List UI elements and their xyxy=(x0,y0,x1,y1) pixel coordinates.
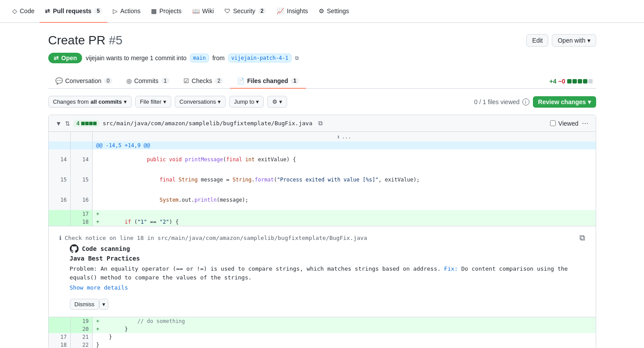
line-code-17: + xyxy=(93,210,596,218)
nav-label-insights: Insights xyxy=(287,7,308,14)
expand-inline-button[interactable]: ↕ ... xyxy=(96,134,592,140)
info-icon[interactable]: i xyxy=(522,98,529,105)
dismiss-arrow-button[interactable]: ▾ xyxy=(99,299,108,310)
diff-file-header: ▼ ⇅ 4 src/main/java/com/amazon/samplelib… xyxy=(49,115,596,132)
expand-arrows-icon: ↕ xyxy=(337,134,340,140)
open-with-button[interactable]: Open with ▾ xyxy=(552,34,596,47)
nav-item-actions[interactable]: ▷ Actions xyxy=(108,0,146,23)
file-filter-button[interactable]: File filter ▾ xyxy=(135,96,171,108)
open-icon: ⇄ xyxy=(54,54,59,62)
base-branch[interactable]: main xyxy=(190,54,209,62)
head-branch[interactable]: vijejain-patch-4-1 xyxy=(228,54,291,62)
notice-action-row: Dismiss ▾ xyxy=(70,295,585,310)
nav-item-settings[interactable]: ⚙ Settings xyxy=(313,0,355,23)
commits-icon: ◎ xyxy=(126,77,132,84)
tab-files-changed[interactable]: 📄 Files changed 1 xyxy=(230,74,306,89)
nav-item-pull-requests[interactable]: ⇄ Pull requests 5 xyxy=(40,0,108,23)
copy-icon[interactable]: ⧉ xyxy=(295,55,299,61)
diff-line-16: 16 16 System.out.println(message); xyxy=(49,190,596,210)
show-more-link[interactable]: Show more details xyxy=(70,284,128,291)
nav-item-wiki[interactable]: 📖 Wiki xyxy=(187,0,219,23)
nav-item-projects[interactable]: ▦ Projects xyxy=(146,0,187,23)
nav-item-code[interactable]: ◇ Code xyxy=(7,0,40,23)
tab-checks-label: Checks xyxy=(192,77,212,84)
line-num-new-18: 18 xyxy=(71,218,93,226)
more-options-button[interactable]: ··· xyxy=(582,119,588,128)
tab-commits[interactable]: ◎ Commits 1 xyxy=(119,74,176,89)
line-num-new-15: 15 xyxy=(71,170,93,190)
expand-line-num-old xyxy=(49,132,71,141)
code-scanning-notice-row: ℹ Check notice on line 18 in src/main/ja… xyxy=(49,226,596,317)
review-changes-button[interactable]: Review changes ▾ xyxy=(533,96,596,108)
github-icon xyxy=(70,244,79,253)
diff-line-15: 15 15 final String message = String.form… xyxy=(49,170,596,190)
actions-icon: ▷ xyxy=(113,7,118,14)
files-changed-icon: 📄 xyxy=(237,77,245,84)
copy-path-button[interactable]: ⧉ xyxy=(316,119,325,128)
file-path: src/main/java/com/amazon/samplelib/bugfi… xyxy=(103,120,312,127)
open-with-label: Open with xyxy=(558,37,585,44)
diff-line-17-context: 17 21 } xyxy=(49,333,596,341)
diff-block-2 xyxy=(572,79,577,83)
diff-line-20-add: 20 + } xyxy=(49,325,596,333)
line-num-new-19: 19 xyxy=(71,317,93,325)
diff-blocks xyxy=(567,79,593,83)
diff-file: ▼ ⇅ 4 src/main/java/com/amazon/samplelib… xyxy=(48,115,596,348)
changes-from-filter[interactable]: Changes from all commits ▾ xyxy=(48,96,132,108)
top-nav: ◇ Code ⇄ Pull requests 5 ▷ Actions ▦ Pro… xyxy=(0,0,644,23)
nav-item-insights[interactable]: 📈 Insights xyxy=(271,0,313,23)
insights-icon: 📈 xyxy=(277,7,284,14)
line-code-16: System.out.println(message); xyxy=(93,190,596,210)
jump-to-button[interactable]: Jump to ▾ xyxy=(229,96,264,108)
viewed-checkbox[interactable]: Viewed xyxy=(550,120,579,127)
pr-actions: Edit Open with ▾ xyxy=(526,34,596,47)
fix-link[interactable]: Fix: xyxy=(444,265,461,272)
pr-title-row: Create PR #5 Edit Open with ▾ xyxy=(48,33,596,47)
chevron-down-icon: ▾ xyxy=(279,98,282,105)
expand-collapse-icon[interactable]: ⇅ xyxy=(65,120,70,127)
diff-expand-row: ↕ ... xyxy=(49,132,596,141)
line-num-new-16: 16 xyxy=(71,190,93,210)
toolbar-row: Changes from all commits ▾ File filter ▾… xyxy=(48,96,596,108)
edit-button[interactable]: Edit xyxy=(526,34,548,47)
chevron-down-icon: ▾ xyxy=(588,98,591,105)
tabs-row: 💬 Conversation 0 ◎ Commits 1 ☑ Checks 2 … xyxy=(48,74,596,89)
line-num-old-20 xyxy=(49,325,71,333)
line-num-old-18 xyxy=(49,218,71,226)
expand-cell: ↕ ... xyxy=(93,132,596,141)
diff-stat: +4 −0 xyxy=(550,78,596,85)
status-label: Open xyxy=(61,54,77,62)
diff-block-1 xyxy=(567,79,572,83)
line-num-old-14: 14 xyxy=(49,149,71,170)
nav-item-security[interactable]: 🛡 Security 2 xyxy=(219,0,271,23)
nav-label-projects: Projects xyxy=(159,7,182,14)
from-text: from xyxy=(212,54,225,62)
changes-from-label: Changes from xyxy=(53,98,89,105)
nav-label-pull-requests: Pull requests xyxy=(53,7,91,14)
diff-line-14: 14 14 public void printMessage(final int… xyxy=(49,149,596,170)
settings-button[interactable]: ⚙ ▾ xyxy=(267,96,287,108)
notice-header: ℹ Check notice on line 18 in src/main/ja… xyxy=(59,233,585,243)
conversations-filter[interactable]: Conversations ▾ xyxy=(175,96,226,108)
line-num-new-20: 20 xyxy=(71,325,93,333)
jump-to-label: Jump to xyxy=(234,98,254,105)
line-code-ctx-17: } xyxy=(93,333,596,341)
diff-hunk-header: @@ -14,5 +14,9 @@ xyxy=(49,141,596,149)
diff-line-17-add: 17 + xyxy=(49,210,596,218)
dismiss-button[interactable]: Dismiss xyxy=(70,299,100,310)
nav-label-security: Security xyxy=(233,7,255,14)
info-circle-icon: ℹ xyxy=(59,235,61,241)
security-badge: 2 xyxy=(258,8,266,14)
diff-block-4 xyxy=(583,79,587,83)
line-num-old-15: 15 xyxy=(49,170,71,190)
tab-checks[interactable]: ☑ Checks 2 xyxy=(176,74,230,89)
notice-cell: ℹ Check notice on line 18 in src/main/ja… xyxy=(49,226,596,317)
notice-close-button[interactable]: ⧉ xyxy=(579,233,585,243)
tab-conversation[interactable]: 💬 Conversation 0 xyxy=(48,74,119,89)
line-num-old-17 xyxy=(49,210,71,218)
viewed-input[interactable] xyxy=(550,120,556,126)
expand-file-button[interactable]: ▼ xyxy=(56,120,62,127)
conversations-label: Conversations xyxy=(180,98,216,105)
line-num-new-14: 14 xyxy=(71,149,93,170)
diff-block-5 xyxy=(588,79,593,83)
